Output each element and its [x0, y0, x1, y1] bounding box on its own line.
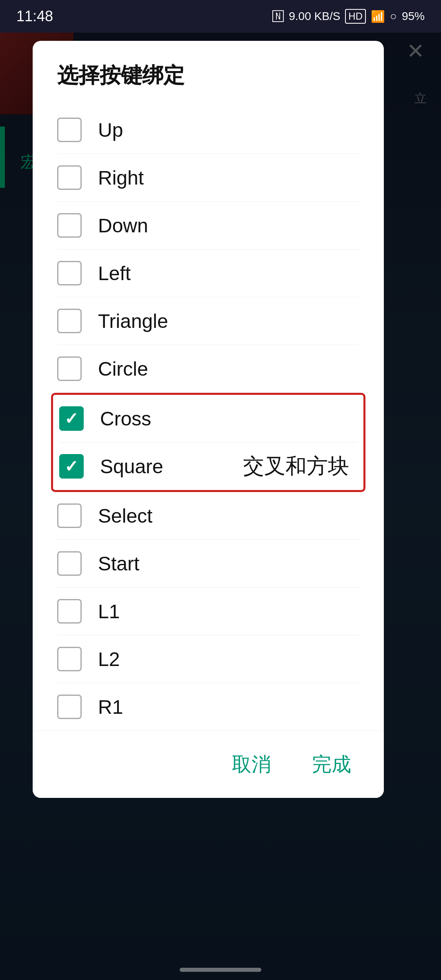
label-down: Down [98, 214, 148, 237]
checkbox-right[interactable] [57, 165, 82, 190]
dialog-scroll-area[interactable]: 选择按键绑定 Up Right Down Left [33, 41, 384, 731]
label-l1: L1 [98, 600, 120, 623]
checkbox-down[interactable] [57, 213, 82, 238]
list-item: R1 [57, 683, 359, 731]
label-circle: Circle [98, 358, 148, 380]
signal-icon: 📶 [371, 10, 385, 23]
confirm-button[interactable]: 完成 [304, 747, 359, 782]
list-item: Triangle [57, 297, 359, 345]
checkbox-l2[interactable] [57, 647, 82, 671]
label-right: Right [98, 167, 144, 189]
cancel-button[interactable]: 取消 [224, 747, 279, 782]
list-item: Square 交叉和方块 [59, 443, 357, 490]
checkbox-list: Up Right Down Left Triangle [57, 106, 359, 731]
checkbox-start[interactable] [57, 551, 82, 576]
nav-hint-bar [180, 968, 261, 972]
list-item: Right [57, 154, 359, 202]
checkbox-r1[interactable] [57, 695, 82, 719]
label-l2: L2 [98, 648, 120, 670]
label-left: Left [98, 262, 131, 285]
list-item: Cross [59, 395, 357, 443]
checkbox-triangle[interactable] [57, 309, 82, 333]
status-icons: 🄽 9.00 KB/S HD 📶 ○ 95% [272, 9, 425, 24]
status-time: 11:48 [16, 8, 53, 25]
label-select: Select [98, 505, 152, 527]
list-item: Left [57, 249, 359, 297]
list-item: Circle [57, 345, 359, 393]
battery-icon: ○ [390, 10, 397, 23]
list-item: Up [57, 106, 359, 154]
list-item: L2 [57, 635, 359, 683]
checkbox-left[interactable] [57, 261, 82, 285]
hd-badge: HD [345, 9, 366, 24]
label-r1: R1 [98, 696, 123, 718]
status-bar: 11:48 🄽 9.00 KB/S HD 📶 ○ 95% [0, 0, 441, 33]
dialog-title: 选择按键绑定 [57, 61, 359, 90]
key-binding-dialog: 选择按键绑定 Up Right Down Left [33, 41, 384, 798]
checkbox-up[interactable] [57, 118, 82, 142]
checkbox-circle[interactable] [57, 356, 82, 381]
label-triangle: Triangle [98, 310, 168, 332]
list-item: Down [57, 202, 359, 249]
nfc-icon: 🄽 [272, 10, 284, 23]
list-item: Start [57, 540, 359, 588]
checkbox-l1[interactable] [57, 599, 82, 624]
battery-level: 95% [402, 10, 425, 23]
list-item: L1 [57, 588, 359, 635]
label-square: Square [100, 455, 163, 478]
speed-indicator: 9.00 KB/S [289, 10, 340, 23]
highlight-group: Cross Square 交叉和方块 [51, 393, 365, 492]
list-item: Select [57, 492, 359, 540]
tooltip-text: 交叉和方块 [243, 452, 349, 481]
dialog-footer: 取消 完成 [33, 731, 384, 798]
checkbox-select[interactable] [57, 503, 82, 528]
label-cross: Cross [100, 408, 151, 430]
label-up: Up [98, 119, 123, 141]
label-start: Start [98, 552, 139, 575]
checkbox-cross[interactable] [59, 406, 84, 431]
checkbox-square[interactable] [59, 454, 84, 479]
